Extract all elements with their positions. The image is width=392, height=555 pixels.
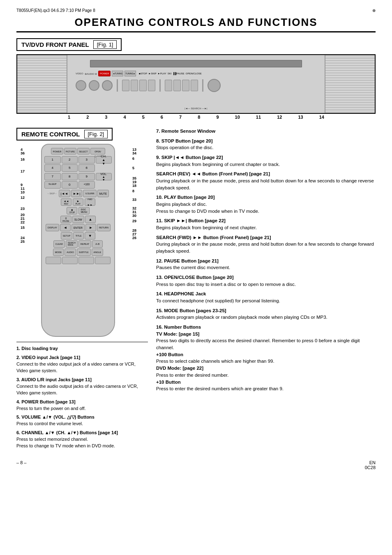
- left-arrow-button[interactable]: ◄: [60, 224, 71, 231]
- return-button[interactable]: RETURN: [97, 224, 111, 231]
- fp-num-4: 4: [124, 115, 126, 120]
- fp-rect-3: [139, 80, 147, 91]
- select-button[interactable]: SELECT: [77, 148, 90, 154]
- tvdvd-section: TV/DVD FRONT PANEL [Fig. 1] VIDEO ⊕AUDIO…: [16, 38, 376, 120]
- mute-button[interactable]: MUTE: [97, 190, 109, 197]
- open-close-button[interactable]: OPEN/CLOSE: [90, 148, 105, 154]
- enter-button[interactable]: ENTER: [71, 224, 85, 231]
- right-arrow-button[interactable]: ►: [85, 224, 96, 231]
- right-item-15-text: Activates program playback or random pla…: [156, 315, 327, 320]
- right-item-16-plus100-text: Press to select cable channels which are…: [156, 359, 274, 364]
- extra-btn-1[interactable]: [46, 257, 61, 264]
- num-1-button[interactable]: 1: [44, 156, 61, 164]
- page-title: OPERATING CONTROLS AND FUNCTIONS: [16, 16, 376, 32]
- fp-num-13: 13: [298, 115, 303, 120]
- fp-num-3: 3: [105, 115, 107, 120]
- left-column: REMOTE CONTROL [Fig. 2] 436 16 17 91110 …: [16, 128, 148, 452]
- up-arrow-button[interactable]: ▲: [85, 216, 96, 223]
- right-item-14-title: 14. HEADPHONE Jack: [156, 291, 206, 296]
- right-column: 7. Remote Sensor Window 8. STOP Button […: [156, 128, 376, 452]
- picture-button[interactable]: PICTURE: [64, 148, 76, 154]
- fp-num-10: 10: [235, 115, 240, 120]
- fwd-button[interactable]: FWD►►: [85, 198, 95, 206]
- power-button[interactable]: POWER: [51, 148, 63, 154]
- skip-fwd-button[interactable]: ►►|: [71, 190, 83, 197]
- bottom-btn-row: [44, 257, 112, 264]
- sleep-button[interactable]: SLEEP: [44, 181, 61, 189]
- num-3-button[interactable]: 3: [78, 156, 95, 164]
- slow-button[interactable]: SLOW: [72, 216, 84, 223]
- ch-up-button[interactable]: CH.▲▼: [96, 156, 112, 164]
- extra-btn-2[interactable]: [62, 257, 78, 264]
- num-7-button[interactable]: 7: [44, 173, 61, 180]
- right-item-12-title: 12. PAUSE Button [page 21]: [156, 258, 219, 263]
- extra-btn-4[interactable]: [95, 257, 111, 264]
- right-item-11-title: 11. SKIP ►►| Button [page 22]: [156, 218, 226, 223]
- left-item-1: 1. Disc loading tray: [16, 345, 148, 352]
- setup-row: SETUP TITLE ▼: [44, 232, 112, 240]
- left-item-4-title: 4. POWER Button [page 13]: [16, 399, 76, 404]
- subtitle-button[interactable]: SUBTITLE: [77, 249, 91, 256]
- right-item-16: 16. Number Buttons TV Mode: [page 15] Pr…: [156, 324, 376, 392]
- plus100-button[interactable]: +100: [78, 181, 95, 189]
- right-item-16-plus10-text: Press to enter the desired numbers which…: [156, 386, 284, 391]
- num-0-button[interactable]: 0: [62, 181, 78, 189]
- fp-divider-2: [159, 79, 161, 92]
- title-button[interactable]: TITLE: [73, 232, 84, 240]
- angle-button[interactable]: ANGLE: [92, 249, 104, 256]
- right-item-16-tvmode-text: Press two digits to directly access the …: [156, 338, 360, 350]
- disc-tray: [90, 60, 302, 67]
- fp-num-5: 5: [142, 115, 145, 120]
- pause-button[interactable]: IIPAUSE: [60, 216, 71, 223]
- display-row: DISPLAY ◄ ENTER ► RETURN: [44, 224, 112, 231]
- fp-rect-buttons-2: [165, 80, 198, 91]
- rev-button[interactable]: ◄◄REV: [61, 198, 71, 206]
- fp-num-8: 8: [198, 115, 200, 120]
- fp-right-vent: [325, 55, 375, 113]
- display-button[interactable]: DISPLAY: [46, 224, 59, 231]
- footer-code-num: 0C28: [365, 465, 376, 470]
- search-mode-button[interactable]: SEARCHMODE: [66, 240, 78, 248]
- fp-main-body: VIDEO ⊕AUDIO ⊕ POWER ◄TUNING TUNING► ■ST…: [67, 55, 325, 113]
- right-item-14-text: To connect headphone (not supplied) for …: [156, 298, 280, 303]
- mode-button[interactable]: MODE: [53, 249, 64, 256]
- num-2-button[interactable]: 2: [62, 156, 78, 164]
- right-item-12: 12. PAUSE Button [page 21] Pauses the cu…: [156, 258, 376, 271]
- remote-top-row: POWER PICTURE SELECT OPEN/CLOSE: [44, 148, 112, 154]
- num-9-button[interactable]: 9: [78, 173, 95, 180]
- clear-button[interactable]: CLEAR: [53, 240, 65, 248]
- play-button[interactable]: ►PLAY: [73, 198, 83, 206]
- remote-label-box: REMOTE CONTROL [Fig. 2]: [16, 128, 113, 140]
- fp-round-btn-2: [89, 80, 99, 91]
- right-item-16-plus10-label: +10 Button: [156, 380, 181, 385]
- remote-labels-right: 1334 6 5 351918 8 33 323130 29 282726: [132, 148, 136, 242]
- clear-row: CLEAR SEARCHMODE REPEAT A-B: [44, 240, 112, 248]
- right-item-8: 8. STOP Button [page 20] Stops operation…: [156, 138, 376, 151]
- ab-button[interactable]: A-B: [92, 240, 103, 248]
- right-item-9: 9. SKIP |◄◄ Button [page 22] Begins play…: [156, 154, 376, 168]
- extra-btn-3[interactable]: [78, 257, 94, 264]
- mode-row: MODE AUDIO SUBTITLE ANGLE: [44, 249, 112, 256]
- left-item-2-text: Connect to the video output jack of a vi…: [16, 362, 136, 373]
- num-6-button[interactable]: 6: [78, 164, 95, 172]
- right-item-9-text: Begins playback from beginning of curren…: [156, 162, 280, 167]
- fp-round-btn-3: [102, 80, 113, 91]
- vol-up-button[interactable]: VOL.▲▼: [96, 173, 112, 180]
- audio-button[interactable]: AUDIO: [65, 249, 76, 256]
- skip-back-button[interactable]: |◄◄: [59, 190, 70, 197]
- down-arrow-button[interactable]: ▼: [85, 232, 95, 240]
- stop-button[interactable]: ■STOP: [67, 207, 77, 214]
- right-item-12-text: Pauses the current disc movement.: [156, 265, 230, 270]
- repeat-button[interactable]: REPEAT: [78, 240, 92, 248]
- num-8-button[interactable]: 8: [62, 173, 78, 180]
- remote-illustration-wrap: 436 16 17 91110 12 23 202122 15 2425 133…: [16, 144, 140, 337]
- left-item-6-text: Press to select memorized channel.Press …: [16, 437, 115, 448]
- tvdvd-label-box: TV/DVD FRONT PANEL [Fig. 1]: [16, 38, 122, 51]
- right-item-11: 11. SKIP ►►| Button [page 22] Begins pla…: [156, 217, 376, 231]
- num-4-button[interactable]: 4: [44, 164, 61, 172]
- right-item-14: 14. HEADPHONE Jack To connect headphone …: [156, 290, 376, 304]
- num-5-button[interactable]: 5: [62, 164, 78, 172]
- disc-menu-button[interactable]: DISCMENU: [78, 207, 89, 214]
- setup-button[interactable]: SETUP: [61, 232, 72, 240]
- vsurr-button[interactable]: V.SURR: [83, 190, 96, 197]
